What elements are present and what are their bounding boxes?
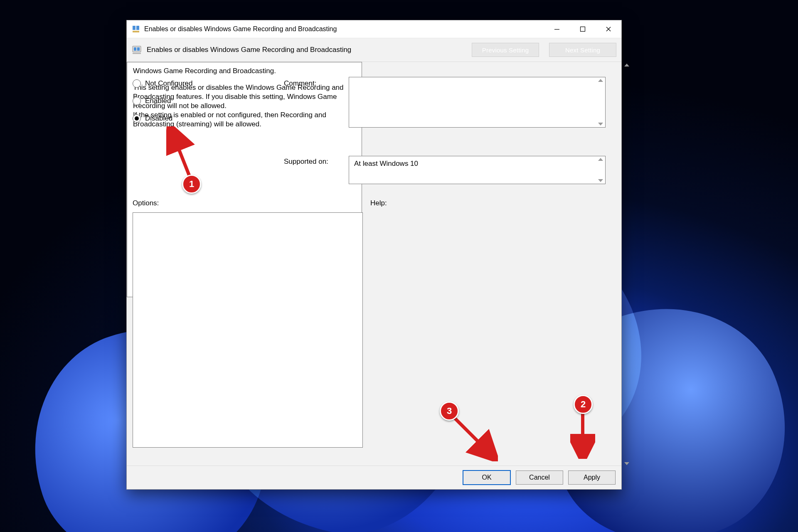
- radio-not-configured[interactable]: Not Configured: [133, 79, 192, 88]
- supported-on-label: Supported on:: [284, 158, 328, 166]
- toolbar-title: Enables or disables Windows Game Recordi…: [147, 46, 351, 54]
- comment-textbox[interactable]: [349, 77, 606, 128]
- supported-on-textbox: At least Windows 10: [349, 156, 606, 184]
- svg-rect-0: [133, 26, 135, 30]
- dialog-body: Not Configured Enabled Disabled Comment:…: [127, 62, 621, 467]
- cancel-button[interactable]: Cancel: [516, 470, 563, 485]
- svg-rect-3: [554, 29, 559, 30]
- svg-rect-2: [133, 31, 139, 32]
- help-label: Help:: [370, 199, 387, 207]
- maximize-button[interactable]: [570, 20, 596, 38]
- comment-label: Comment:: [284, 79, 316, 88]
- titlebar[interactable]: Enables or disables Windows Game Recordi…: [127, 20, 621, 38]
- policy-icon: [132, 45, 142, 55]
- radio-enabled[interactable]: Enabled: [133, 97, 192, 105]
- svg-rect-6: [134, 47, 136, 51]
- dialog-footer: OK Cancel Apply: [127, 466, 621, 489]
- minimize-button[interactable]: [544, 20, 570, 38]
- svg-rect-7: [137, 47, 140, 51]
- scrollbar[interactable]: [622, 62, 631, 467]
- state-radio-group: Not Configured Enabled Disabled: [133, 79, 192, 123]
- scrollbar[interactable]: [596, 156, 605, 184]
- next-setting-button[interactable]: Next Setting: [549, 43, 616, 57]
- help-paragraph: Windows Game Recording and Broadcasting.: [133, 66, 349, 76]
- window-title: Enables or disables Windows Game Recordi…: [144, 25, 337, 33]
- radio-disabled[interactable]: Disabled: [133, 114, 192, 123]
- svg-rect-8: [133, 53, 141, 54]
- toolbar: Enables or disables Windows Game Recordi…: [127, 38, 621, 62]
- window-icon: [132, 25, 140, 33]
- radio-label: Enabled: [145, 97, 171, 105]
- scrollbar[interactable]: [596, 77, 605, 127]
- radio-label: Not Configured: [145, 79, 192, 88]
- radio-dot: [133, 97, 141, 105]
- options-panel: [133, 212, 363, 448]
- gpo-setting-window: Enables or disables Windows Game Recordi…: [126, 20, 622, 490]
- options-label: Options:: [133, 199, 159, 207]
- supported-on-text: At least Windows 10: [349, 156, 605, 171]
- desktop-background: Enables or disables Windows Game Recordi…: [0, 0, 798, 532]
- close-button[interactable]: [596, 20, 621, 38]
- svg-rect-1: [136, 26, 139, 30]
- radio-dot: [133, 79, 141, 88]
- ok-button[interactable]: OK: [463, 470, 511, 485]
- previous-setting-button[interactable]: Previous Setting: [472, 43, 539, 57]
- radio-label: Disabled: [145, 114, 172, 123]
- svg-rect-4: [581, 27, 585, 32]
- apply-button[interactable]: Apply: [568, 470, 616, 485]
- radio-dot: [133, 114, 141, 123]
